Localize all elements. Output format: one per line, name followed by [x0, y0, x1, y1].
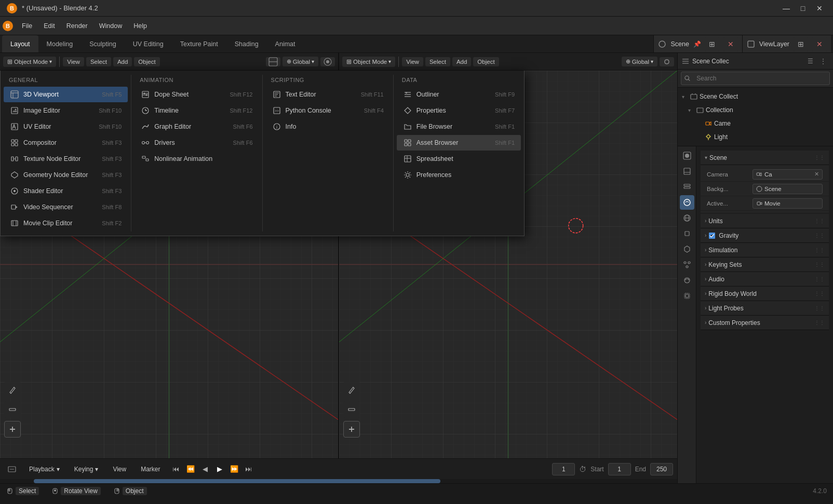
props-tab-scene[interactable] [680, 195, 694, 210]
audio-section-header[interactable]: › Audio ⋮⋮ [701, 272, 829, 287]
view-menu-left[interactable]: View [63, 57, 84, 66]
object-menu-left[interactable]: Object [134, 57, 159, 66]
dd-item-geometry-node[interactable]: Geometry Node Editor Shift F3 [4, 167, 128, 183]
dd-item-spreadsheet[interactable]: Spreadsheet [397, 151, 521, 167]
mode-selector-left[interactable]: ⊞ Object Mode ▾ [3, 57, 56, 67]
end-frame[interactable]: 250 [650, 463, 673, 475]
dd-item-text-editor[interactable]: Text Editor Shift F11 [266, 87, 390, 102]
light-probes-section-header[interactable]: › Light Probes ⋮⋮ [701, 301, 829, 316]
tree-item-scene-collection[interactable]: ▾ Scene Collect [678, 90, 833, 103]
menu-file[interactable]: File [17, 20, 37, 32]
timeline-type-icon[interactable] [4, 465, 20, 474]
props-tab-object[interactable] [680, 226, 694, 241]
add-menu-right[interactable]: Add [452, 57, 471, 66]
viewlayer-copy-button[interactable]: ⊞ [794, 37, 808, 51]
viewlayer-close-button[interactable]: ✕ [812, 37, 827, 51]
props-tab-physics[interactable] [680, 273, 694, 288]
play-button[interactable]: ▶ [213, 463, 226, 475]
dd-item-graph-editor[interactable]: Graph Editor Shift F6 [135, 119, 259, 134]
object-menu-right[interactable]: Object [473, 57, 499, 66]
dd-item-outliner[interactable]: Outliner Shift F9 [397, 87, 521, 102]
next-keyframe-button[interactable]: ⏭ [243, 463, 255, 475]
gravity-checkbox-icon[interactable] [708, 232, 716, 239]
menu-render[interactable]: Render [61, 20, 93, 32]
view-menu-right[interactable]: View [402, 57, 423, 66]
tool-measure-right[interactable] [343, 401, 360, 418]
overlay-btn-left[interactable] [320, 57, 335, 66]
outliner-filter-btn[interactable]: ☰ [804, 56, 816, 67]
global-btn-right[interactable]: ⊕ Global ▾ [622, 57, 657, 66]
props-tab-world[interactable] [680, 211, 694, 225]
viewport-scrollbar[interactable] [0, 479, 677, 483]
tab-uv-editing[interactable]: UV Editing [125, 35, 172, 52]
close-button[interactable]: ✕ [812, 3, 827, 14]
gravity-section-header[interactable]: › Gravity ⋮⋮ [701, 228, 829, 243]
dd-item-asset-browser[interactable]: Asset Browser Shift F1 [397, 135, 521, 151]
dd-item-dope-sheet[interactable]: Dope Sheet Shift F12 [135, 87, 259, 102]
custom-props-section-header[interactable]: › Custom Properties ⋮⋮ [701, 316, 829, 330]
dd-item-3d-viewport[interactable]: 3D Viewport Shift F5 [4, 87, 128, 102]
dd-item-timeline[interactable]: Timeline Shift F12 [135, 103, 259, 118]
props-tab-output[interactable] [680, 164, 694, 179]
dd-item-movie-clip[interactable]: Movie Clip Editor Shift F2 [4, 215, 128, 231]
dd-item-drivers[interactable]: Drivers Shift F6 [135, 135, 259, 151]
dd-item-info[interactable]: i Info [266, 119, 390, 134]
dd-item-python-console[interactable]: >> Python Console Shift F4 [266, 103, 390, 118]
props-tab-particles[interactable] [680, 257, 694, 272]
mode-selector-right[interactable]: ⊞ Object Mode ▾ [342, 57, 395, 67]
scene-copy-button[interactable]: ⊞ [705, 37, 719, 51]
units-section-header[interactable]: › Units ⋮⋮ [701, 214, 829, 228]
tab-texture-paint[interactable]: Texture Paint [172, 35, 226, 52]
add-menu-left[interactable]: Add [113, 57, 132, 66]
prev-frame-button[interactable]: ◀ [199, 463, 211, 475]
next-frame-button[interactable]: ⏩ [228, 463, 240, 475]
dd-item-image-editor[interactable]: Image Editor Shift F10 [4, 103, 128, 118]
editor-type-icon-left[interactable] [266, 57, 280, 66]
light-eye-icon[interactable] [813, 133, 821, 141]
light-render-icon[interactable] [822, 133, 829, 141]
tool-annotate-left[interactable] [4, 382, 21, 398]
collection-checkbox-icon[interactable] [805, 106, 812, 114]
maximize-button[interactable]: □ [796, 3, 810, 14]
tool-add-left[interactable] [4, 421, 21, 438]
scene-section-header[interactable]: ▾ Scene ⋮⋮ [701, 151, 829, 165]
dd-item-texture-node[interactable]: Texture Node Editor Shift F3 [4, 151, 128, 167]
camera-eye-icon[interactable] [813, 120, 821, 127]
dd-item-shader-editor[interactable]: Shader Editor Shift F3 [4, 183, 128, 199]
global-btn-left[interactable]: ⊕ Global ▾ [283, 57, 318, 66]
select-menu-left[interactable]: Select [86, 57, 111, 66]
props-tab-modifiers[interactable] [680, 242, 694, 256]
dd-item-video-sequencer[interactable]: Video Sequencer Shift F8 [4, 199, 128, 215]
dd-item-file-browser[interactable]: File Browser Shift F1 [397, 119, 521, 134]
props-tab-constraints[interactable] [680, 289, 694, 303]
keying-menu[interactable]: Keying ▾ [69, 464, 104, 474]
tree-item-light[interactable]: Light [678, 130, 833, 144]
marker-menu[interactable]: Marker [136, 464, 165, 474]
minimize-button[interactable]: — [779, 3, 794, 14]
props-tab-view-layer[interactable] [680, 180, 694, 194]
simulation-section-header[interactable]: › Simulation ⋮⋮ [701, 243, 829, 257]
props-tab-render[interactable] [680, 148, 694, 163]
menu-edit[interactable]: Edit [38, 20, 60, 32]
current-frame[interactable]: 1 [552, 463, 575, 475]
outliner-options-btn[interactable]: ⋮ [817, 56, 829, 67]
prop-camera-close[interactable]: ✕ [814, 171, 819, 178]
collection-eye-icon[interactable] [813, 106, 821, 114]
frame-start-button[interactable]: ⏮ [170, 463, 182, 475]
scene-close-button[interactable]: ✕ [723, 37, 738, 51]
prop-camera-value[interactable]: Ca ✕ [753, 169, 823, 180]
playback-menu[interactable]: Playback ▾ [24, 464, 65, 474]
menu-help[interactable]: Help [128, 20, 152, 32]
prev-keyframe-button[interactable]: ⏪ [184, 463, 197, 475]
tab-layout[interactable]: Layout [2, 35, 38, 52]
tool-add-right[interactable] [343, 421, 360, 438]
rigid-body-section-header[interactable]: › Rigid Body World ⋮⋮ [701, 287, 829, 301]
tool-measure-left[interactable] [4, 401, 21, 418]
tab-animat[interactable]: Animat [267, 35, 304, 52]
prop-active-value[interactable]: Movie [753, 198, 823, 209]
tab-shading[interactable]: Shading [226, 35, 267, 52]
tab-sculpting[interactable]: Sculpting [81, 35, 124, 52]
select-menu-right[interactable]: Select [425, 57, 450, 66]
outliner-search-input[interactable] [692, 71, 826, 86]
view-menu-timeline[interactable]: View [108, 464, 131, 474]
